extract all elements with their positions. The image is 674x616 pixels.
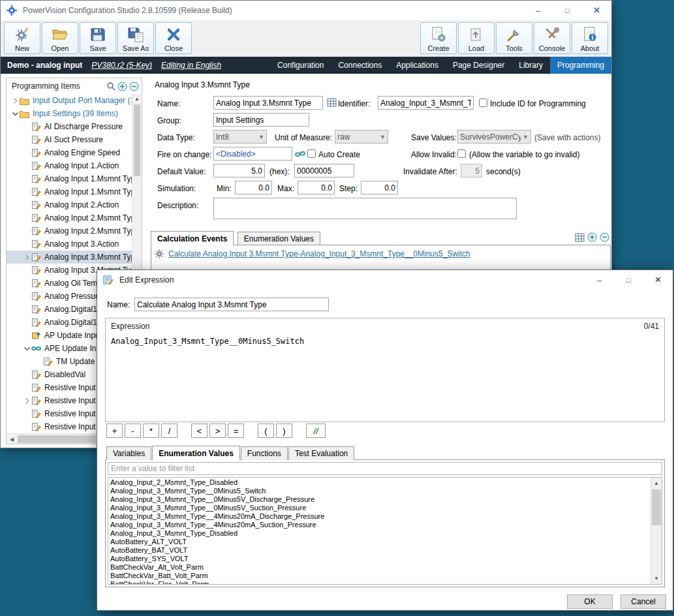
enumeration-list-item[interactable]: Analog_Input_3_Msmnt_Type__0Minus5_Switc… bbox=[108, 487, 651, 495]
tree-item[interactable]: Analog Input 1.Msmnt Type M bbox=[7, 185, 132, 198]
enumeration-list-item[interactable]: Analog_Input_3_Msmnt_Type__4Minus20mA_Di… bbox=[108, 512, 651, 521]
identifier-input[interactable] bbox=[378, 96, 474, 110]
tree-collapsed-chevron-icon[interactable] bbox=[22, 398, 31, 404]
expression-name-input[interactable] bbox=[134, 298, 329, 311]
enumeration-list-item[interactable]: BattCheckVar_Elec_Volt_Parm bbox=[108, 580, 651, 584]
operator-minus-button[interactable]: - bbox=[125, 424, 141, 438]
include-id-checkbox[interactable] bbox=[479, 99, 487, 107]
operator-divide-button[interactable]: / bbox=[161, 424, 177, 438]
remove-circle-icon[interactable] bbox=[600, 232, 609, 242]
tree-collapsed-chevron-icon[interactable] bbox=[22, 254, 31, 260]
tree-collapsed-chevron-icon[interactable] bbox=[10, 98, 20, 104]
menu-configuration[interactable]: Configuration bbox=[270, 57, 331, 74]
tree-item[interactable]: Analog Input 2.Action bbox=[7, 198, 132, 211]
editing-language-link[interactable]: Editing in English bbox=[161, 61, 221, 70]
tree-item[interactable]: Analog Input 3.Action bbox=[7, 238, 132, 251]
cancel-button[interactable]: Cancel bbox=[620, 594, 666, 609]
step-input[interactable] bbox=[361, 181, 398, 194]
calculation-event-row[interactable]: Calculate Analog Input 3.Msmnt Type-Anal… bbox=[151, 245, 610, 262]
about-button[interactable]: About bbox=[572, 22, 608, 54]
enumeration-list-item[interactable]: Analog_Input_3_Msmnt_Type__0Minus5V_Disc… bbox=[108, 495, 651, 504]
add-circle-icon[interactable] bbox=[587, 232, 597, 242]
operator-multiply-button[interactable]: * bbox=[143, 424, 159, 438]
enumeration-list-item[interactable]: Analog_Input_3_Msmnt_Type__4Minus20mA_Su… bbox=[108, 521, 651, 529]
add-circle-icon[interactable] bbox=[117, 82, 127, 91]
menu-applications[interactable]: Applications bbox=[389, 57, 446, 74]
dialog-minimize-button[interactable]: – bbox=[585, 270, 614, 290]
enumeration-list-item[interactable]: AutoBattery_ALT_VOLT bbox=[108, 538, 651, 546]
enumeration-list-item[interactable]: AutoBattery_BAT_VOLT bbox=[108, 546, 651, 555]
load-button[interactable]: Load bbox=[458, 22, 495, 54]
tree-item[interactable]: Input Settings (39 Items) bbox=[7, 107, 132, 120]
dialog-close-button[interactable]: × bbox=[643, 270, 673, 290]
tree-item[interactable]: Analog Input 2.Msmnt Type bbox=[7, 211, 132, 224]
new-button[interactable]: New bbox=[4, 22, 40, 54]
tree-item[interactable]: AI Suct Pressure bbox=[7, 133, 132, 146]
grid-icon[interactable] bbox=[575, 233, 585, 242]
tree-item[interactable]: Analog Input 1.Msmnt Type bbox=[7, 172, 132, 185]
expression-editor[interactable]: Analog_Input_3_Msmnt_Type__0Minus5_Switc… bbox=[111, 337, 304, 346]
enumeration-list-item[interactable]: AutoBattery_SYS_VOLT bbox=[108, 555, 651, 563]
name-input[interactable] bbox=[213, 96, 323, 110]
tab-functions[interactable]: Functions bbox=[241, 446, 288, 460]
enumeration-list-item[interactable]: BattCheckVar_Batt_Volt_Parm bbox=[108, 572, 651, 580]
minimize-button[interactable]: – bbox=[523, 1, 553, 20]
allow-invalid-checkbox[interactable] bbox=[457, 149, 466, 158]
open-button[interactable]: Open bbox=[42, 22, 78, 54]
tree-expanded-chevron-icon[interactable] bbox=[22, 346, 31, 352]
remove-circle-icon[interactable] bbox=[129, 82, 139, 91]
fire-on-change-input[interactable] bbox=[213, 147, 292, 161]
max-input[interactable] bbox=[298, 181, 335, 194]
menu-programming[interactable]: Programming bbox=[550, 57, 611, 74]
close-config-button[interactable]: Close bbox=[155, 22, 192, 54]
operator-open-paren-button[interactable]: ( bbox=[258, 424, 274, 438]
enumeration-list-item[interactable]: Analog_Input_2_Msmnt_Type_Disabled bbox=[108, 478, 651, 487]
save-as-button[interactable]: Save As bbox=[117, 22, 154, 54]
operator-comment-button[interactable]: // bbox=[306, 424, 326, 438]
min-input[interactable] bbox=[235, 181, 272, 194]
filter-input[interactable] bbox=[108, 462, 662, 475]
tree-item[interactable]: Analog Input 3.Msmnt Type bbox=[7, 251, 132, 264]
create-button[interactable]: Create bbox=[420, 22, 457, 54]
tab-enumeration-values[interactable]: Enumeration Values bbox=[237, 232, 320, 245]
auto-create-checkbox[interactable] bbox=[307, 149, 316, 158]
close-button[interactable]: × bbox=[582, 1, 611, 20]
group-input[interactable] bbox=[213, 113, 309, 127]
maximize-button[interactable]: □ bbox=[553, 1, 582, 20]
tree-item[interactable]: Analog Input 1.Action bbox=[7, 159, 132, 172]
scroll-up-icon[interactable]: ▲ bbox=[132, 94, 142, 104]
operator-less-than-button[interactable]: < bbox=[191, 424, 207, 438]
menu-page-designer[interactable]: Page Designer bbox=[446, 57, 512, 74]
calculation-event-link[interactable]: Calculate Analog Input 3.Msmnt Type-Anal… bbox=[168, 249, 470, 258]
browse-grid-icon[interactable] bbox=[327, 98, 337, 107]
enumeration-list-item[interactable]: Analog_Input_3_Msmnt_Type__0Minus5V_Suct… bbox=[108, 504, 651, 512]
scrollbar-thumb[interactable] bbox=[652, 489, 661, 525]
enumeration-list-item[interactable]: Analog_Input_3_Msmnt_Type_Disabled bbox=[108, 529, 651, 538]
hex-input[interactable] bbox=[294, 164, 354, 177]
description-input[interactable] bbox=[213, 198, 517, 219]
enumeration-list-item[interactable]: BattCheckVar_Alt_Volt_Parm bbox=[108, 563, 651, 572]
operator-plus-button[interactable]: + bbox=[106, 424, 123, 438]
tree-item[interactable]: AI Discharge Pressure bbox=[7, 120, 132, 133]
console-button[interactable]: Console bbox=[534, 22, 570, 54]
tab-enumeration-values[interactable]: Enumeration Values bbox=[152, 446, 240, 460]
scroll-left-icon[interactable]: ◀ bbox=[7, 434, 17, 444]
link-icon[interactable] bbox=[295, 150, 305, 158]
list-vertical-scrollbar[interactable]: ▲ ▼ bbox=[651, 478, 662, 584]
scroll-up-icon[interactable]: ▲ bbox=[651, 478, 662, 489]
tree-item[interactable]: Input Output Port Manager (13 bbox=[7, 94, 132, 107]
operator-equals-button[interactable]: = bbox=[228, 424, 244, 438]
unit-of-measure-dropdown[interactable]: raw ▼ bbox=[335, 130, 388, 144]
ok-button[interactable]: OK bbox=[567, 594, 613, 609]
tree-item[interactable]: Analog Input 2.Msmnt Type M bbox=[7, 224, 132, 238]
default-value-input[interactable] bbox=[213, 164, 265, 177]
menu-library[interactable]: Library bbox=[512, 57, 550, 74]
tab-calculation-events[interactable]: Calculation Events bbox=[151, 231, 234, 245]
tab-test-evaluation[interactable]: Test Evaluation bbox=[288, 446, 354, 460]
menu-connections[interactable]: Connections bbox=[331, 57, 389, 74]
search-icon[interactable] bbox=[106, 82, 115, 91]
data-type-dropdown[interactable]: Int8 ▼ bbox=[213, 130, 267, 144]
tree-item[interactable]: Analog Engine Speed bbox=[7, 146, 132, 159]
operator-greater-than-button[interactable]: > bbox=[209, 424, 226, 438]
scrollbar-thumb[interactable] bbox=[18, 435, 96, 443]
